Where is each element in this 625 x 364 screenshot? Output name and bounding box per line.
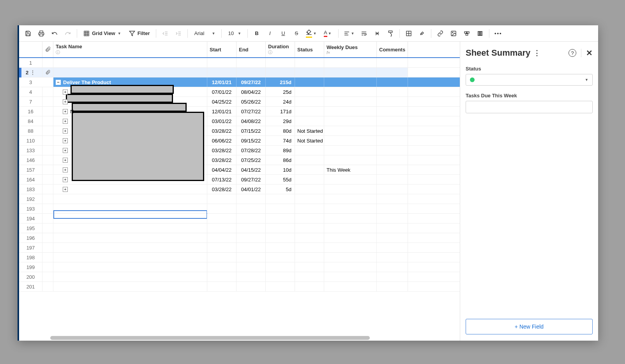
row-number[interactable]: 196 — [19, 233, 42, 243]
redo-icon[interactable] — [62, 28, 74, 39]
comments-cell[interactable] — [377, 233, 408, 243]
weekly-cell[interactable] — [324, 126, 377, 135]
attach-cell[interactable] — [42, 58, 53, 67]
end-cell[interactable] — [237, 233, 266, 243]
table-row[interactable]: 199 — [19, 262, 460, 272]
column-status[interactable]: Status — [295, 42, 324, 57]
duration-cell[interactable]: 55d — [266, 175, 295, 184]
expand-icon[interactable]: + — [63, 158, 68, 163]
table-row[interactable]: 183+03/28/2204/01/225d — [19, 185, 460, 194]
status-cell[interactable] — [295, 68, 324, 77]
row-number[interactable]: 110 — [19, 136, 42, 145]
help-icon[interactable]: ? — [569, 49, 576, 57]
weekly-cell[interactable] — [324, 146, 377, 155]
comments-cell[interactable] — [377, 97, 408, 106]
start-cell[interactable] — [207, 214, 237, 223]
end-cell[interactable]: 07/25/22 — [237, 155, 266, 165]
expand-icon[interactable]: + — [63, 177, 68, 182]
table-row[interactable]: 164+07/13/2209/27/2255d — [19, 175, 460, 185]
status-cell[interactable] — [295, 146, 324, 155]
task-cell[interactable] — [53, 282, 207, 291]
attach-cell[interactable] — [42, 97, 53, 106]
table-row[interactable]: 4+07/01/2208/04/2225d — [19, 87, 460, 97]
start-cell[interactable] — [207, 204, 237, 213]
expand-icon[interactable]: + — [63, 109, 68, 114]
end-cell[interactable]: 04/01/22 — [237, 185, 266, 194]
comments-cell[interactable] — [377, 155, 408, 165]
row-number[interactable]: 84 — [19, 116, 42, 126]
start-cell[interactable]: 12/01/21 — [207, 77, 237, 87]
image-icon[interactable] — [448, 28, 459, 39]
comments-cell[interactable] — [377, 87, 408, 97]
outdent-icon[interactable] — [159, 28, 171, 39]
more-vertical-icon[interactable]: ⋮ — [533, 49, 540, 57]
end-cell[interactable]: 07/15/22 — [237, 126, 266, 135]
end-cell[interactable] — [237, 58, 266, 67]
task-cell[interactable]: + — [53, 185, 207, 194]
attach-cell[interactable] — [42, 243, 53, 252]
status-cell[interactable] — [295, 107, 324, 116]
end-cell[interactable] — [237, 253, 266, 262]
row-number[interactable]: 183 — [19, 185, 42, 194]
task-cell[interactable]: + — [53, 155, 207, 165]
task-cell[interactable] — [53, 214, 207, 223]
link-icon[interactable] — [434, 28, 446, 39]
task-cell[interactable] — [53, 272, 207, 281]
table-row[interactable]: 1 — [19, 58, 460, 68]
column-duration[interactable]: Duration ⓘ — [266, 42, 295, 57]
duration-cell[interactable] — [266, 194, 295, 204]
task-cell[interactable] — [53, 262, 207, 272]
comments-cell[interactable] — [377, 204, 408, 213]
text-color-icon[interactable]: A ▼ — [320, 28, 335, 39]
task-cell[interactable]: −Deliver The Product — [53, 77, 207, 87]
duration-cell[interactable] — [266, 68, 295, 77]
new-field-button[interactable]: + New Field — [466, 319, 593, 334]
start-cell[interactable] — [207, 223, 237, 233]
comments-cell[interactable] — [377, 165, 408, 174]
status-cell[interactable] — [295, 272, 324, 281]
task-cell[interactable]: + — [53, 126, 207, 135]
attach-cell[interactable] — [42, 68, 53, 77]
expand-icon[interactable]: + — [63, 148, 68, 153]
end-cell[interactable]: 05/26/22 — [237, 97, 266, 106]
comments-cell[interactable] — [377, 126, 408, 135]
weekly-cell[interactable] — [324, 253, 377, 262]
weekly-cell[interactable] — [324, 68, 377, 77]
start-cell[interactable]: 07/01/22 — [207, 87, 237, 97]
comments-cell[interactable] — [377, 253, 408, 262]
weekly-cell[interactable] — [324, 116, 377, 126]
attach-cell[interactable] — [42, 136, 53, 145]
duration-cell[interactable]: 80d — [266, 126, 295, 135]
expand-icon[interactable]: + — [63, 138, 68, 143]
task-cell[interactable]: + — [53, 87, 207, 97]
start-cell[interactable] — [207, 233, 237, 243]
status-cell[interactable] — [295, 204, 324, 213]
tasks-due-input[interactable] — [466, 101, 593, 113]
table-row[interactable]: 196 — [19, 233, 460, 243]
wrap-icon[interactable] — [358, 28, 370, 39]
attach-cell[interactable] — [42, 282, 53, 291]
attach-cell[interactable] — [42, 116, 53, 126]
row-number[interactable]: 157 — [19, 165, 42, 174]
task-cell[interactable] — [53, 194, 207, 204]
end-cell[interactable] — [237, 243, 266, 252]
row-number[interactable]: 200 — [19, 272, 42, 281]
weekly-cell[interactable] — [324, 243, 377, 252]
end-cell[interactable] — [237, 214, 266, 223]
duration-cell[interactable]: 5d — [266, 185, 295, 194]
table-row[interactable]: 157+04/04/2204/15/2210dThis Week — [19, 165, 460, 175]
attachment-column-icon[interactable] — [42, 42, 53, 57]
expand-icon[interactable]: + — [63, 119, 68, 124]
attach-cell[interactable] — [42, 126, 53, 135]
more-icon[interactable]: ••• — [493, 28, 504, 39]
table-row[interactable]: 194 — [19, 214, 460, 223]
start-cell[interactable]: 06/06/22 — [207, 136, 237, 145]
duration-cell[interactable]: 89d — [266, 146, 295, 155]
weekly-cell[interactable] — [324, 136, 377, 145]
table-row[interactable]: 198 — [19, 253, 460, 262]
weekly-cell[interactable] — [324, 272, 377, 281]
weekly-cell[interactable] — [324, 87, 377, 97]
row-number[interactable]: 88 — [19, 126, 42, 135]
table-row[interactable]: 201 — [19, 282, 460, 292]
table-row[interactable]: 3−Deliver The Product12/01/2109/27/22215… — [19, 77, 460, 87]
